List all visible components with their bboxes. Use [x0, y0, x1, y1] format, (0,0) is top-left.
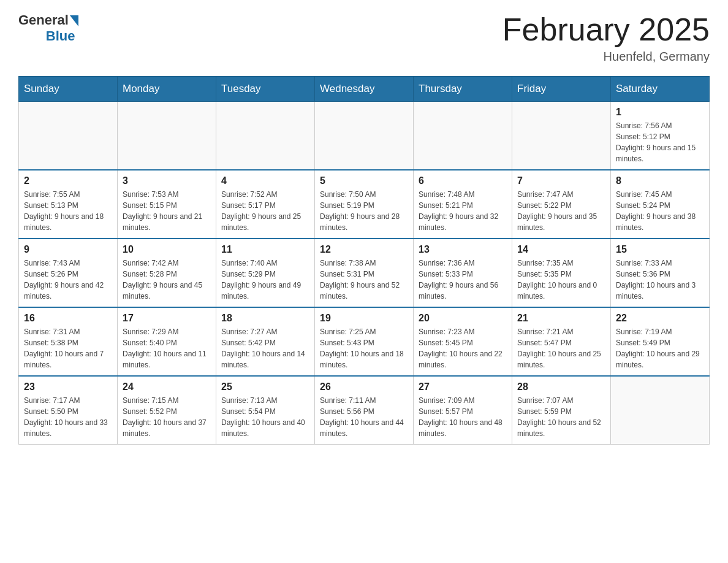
calendar-week-row: 2Sunrise: 7:55 AMSunset: 5:13 PMDaylight…	[19, 170, 710, 239]
day-number: 26	[320, 381, 408, 393]
day-info: Sunrise: 7:21 AMSunset: 5:47 PMDaylight:…	[517, 326, 605, 370]
page-header: General Blue February 2025 Huenfeld, Ger…	[18, 12, 710, 64]
day-number: 27	[419, 381, 507, 393]
weekday-header-friday: Friday	[512, 77, 611, 102]
calendar-cell: 18Sunrise: 7:27 AMSunset: 5:42 PMDayligh…	[216, 307, 315, 376]
day-number: 28	[517, 381, 605, 393]
day-number: 23	[24, 381, 112, 393]
location-label: Huenfeld, Germany	[502, 50, 710, 64]
calendar-cell	[118, 102, 216, 170]
calendar-cell	[19, 102, 118, 170]
calendar-cell: 3Sunrise: 7:53 AMSunset: 5:15 PMDaylight…	[118, 170, 216, 239]
calendar-cell: 19Sunrise: 7:25 AMSunset: 5:43 PMDayligh…	[315, 307, 414, 376]
logo-arrow-icon	[70, 15, 78, 26]
day-info: Sunrise: 7:48 AMSunset: 5:21 PMDaylight:…	[419, 189, 507, 233]
day-number: 15	[616, 244, 704, 255]
calendar-header-row: SundayMondayTuesdayWednesdayThursdayFrid…	[19, 77, 710, 102]
weekday-header-monday: Monday	[118, 77, 216, 102]
calendar-cell: 20Sunrise: 7:23 AMSunset: 5:45 PMDayligh…	[414, 307, 512, 376]
weekday-header-thursday: Thursday	[414, 77, 512, 102]
calendar-week-row: 16Sunrise: 7:31 AMSunset: 5:38 PMDayligh…	[19, 307, 710, 376]
day-number: 14	[517, 244, 605, 255]
day-info: Sunrise: 7:38 AMSunset: 5:31 PMDaylight:…	[320, 258, 408, 302]
day-number: 22	[616, 313, 704, 324]
calendar-cell: 16Sunrise: 7:31 AMSunset: 5:38 PMDayligh…	[19, 307, 118, 376]
calendar-cell: 14Sunrise: 7:35 AMSunset: 5:35 PMDayligh…	[512, 239, 611, 307]
calendar-cell	[512, 102, 611, 170]
calendar-cell	[611, 376, 710, 445]
calendar-cell: 8Sunrise: 7:45 AMSunset: 5:24 PMDaylight…	[611, 170, 710, 239]
calendar-cell: 9Sunrise: 7:43 AMSunset: 5:26 PMDaylight…	[19, 239, 118, 307]
day-info: Sunrise: 7:45 AMSunset: 5:24 PMDaylight:…	[616, 189, 704, 233]
day-info: Sunrise: 7:53 AMSunset: 5:15 PMDaylight:…	[123, 189, 211, 233]
calendar-cell	[216, 102, 315, 170]
calendar-cell	[414, 102, 512, 170]
calendar-cell: 28Sunrise: 7:07 AMSunset: 5:59 PMDayligh…	[512, 376, 611, 445]
day-number: 25	[221, 381, 309, 393]
day-number: 21	[517, 313, 605, 324]
day-info: Sunrise: 7:07 AMSunset: 5:59 PMDaylight:…	[517, 395, 605, 439]
calendar-cell: 23Sunrise: 7:17 AMSunset: 5:50 PMDayligh…	[19, 376, 118, 445]
weekday-header-sunday: Sunday	[19, 77, 118, 102]
calendar-week-row: 1Sunrise: 7:56 AMSunset: 5:12 PMDaylight…	[19, 102, 710, 170]
day-info: Sunrise: 7:43 AMSunset: 5:26 PMDaylight:…	[24, 258, 112, 302]
day-number: 2	[24, 175, 112, 186]
day-info: Sunrise: 7:55 AMSunset: 5:13 PMDaylight:…	[24, 189, 112, 233]
day-info: Sunrise: 7:50 AMSunset: 5:19 PMDaylight:…	[320, 189, 408, 233]
day-info: Sunrise: 7:15 AMSunset: 5:52 PMDaylight:…	[123, 395, 211, 439]
calendar-cell	[315, 102, 414, 170]
calendar-cell: 11Sunrise: 7:40 AMSunset: 5:29 PMDayligh…	[216, 239, 315, 307]
calendar-cell: 1Sunrise: 7:56 AMSunset: 5:12 PMDaylight…	[611, 102, 710, 170]
calendar-cell: 15Sunrise: 7:33 AMSunset: 5:36 PMDayligh…	[611, 239, 710, 307]
calendar-table: SundayMondayTuesdayWednesdayThursdayFrid…	[18, 76, 710, 445]
day-info: Sunrise: 7:47 AMSunset: 5:22 PMDaylight:…	[517, 189, 605, 233]
calendar-cell: 24Sunrise: 7:15 AMSunset: 5:52 PMDayligh…	[118, 376, 216, 445]
day-info: Sunrise: 7:33 AMSunset: 5:36 PMDaylight:…	[616, 258, 704, 302]
day-info: Sunrise: 7:11 AMSunset: 5:56 PMDaylight:…	[320, 395, 408, 439]
day-number: 1	[616, 107, 704, 118]
day-number: 18	[221, 313, 309, 324]
day-info: Sunrise: 7:52 AMSunset: 5:17 PMDaylight:…	[221, 189, 309, 233]
calendar-cell: 25Sunrise: 7:13 AMSunset: 5:54 PMDayligh…	[216, 376, 315, 445]
day-number: 11	[221, 244, 309, 255]
day-info: Sunrise: 7:40 AMSunset: 5:29 PMDaylight:…	[221, 258, 309, 302]
day-number: 4	[221, 175, 309, 186]
calendar-week-row: 23Sunrise: 7:17 AMSunset: 5:50 PMDayligh…	[19, 376, 710, 445]
calendar-cell: 13Sunrise: 7:36 AMSunset: 5:33 PMDayligh…	[414, 239, 512, 307]
day-info: Sunrise: 7:27 AMSunset: 5:42 PMDaylight:…	[221, 326, 309, 370]
logo-blue-text: Blue	[46, 28, 75, 44]
calendar-week-row: 9Sunrise: 7:43 AMSunset: 5:26 PMDaylight…	[19, 239, 710, 307]
day-number: 8	[616, 175, 704, 186]
day-number: 19	[320, 313, 408, 324]
day-number: 13	[419, 244, 507, 255]
day-info: Sunrise: 7:31 AMSunset: 5:38 PMDaylight:…	[24, 326, 112, 370]
calendar-cell: 17Sunrise: 7:29 AMSunset: 5:40 PMDayligh…	[118, 307, 216, 376]
weekday-header-wednesday: Wednesday	[315, 77, 414, 102]
day-info: Sunrise: 7:56 AMSunset: 5:12 PMDaylight:…	[616, 120, 704, 164]
day-info: Sunrise: 7:29 AMSunset: 5:40 PMDaylight:…	[123, 326, 211, 370]
calendar-cell: 4Sunrise: 7:52 AMSunset: 5:17 PMDaylight…	[216, 170, 315, 239]
calendar-cell: 12Sunrise: 7:38 AMSunset: 5:31 PMDayligh…	[315, 239, 414, 307]
day-number: 6	[419, 175, 507, 186]
calendar-cell: 22Sunrise: 7:19 AMSunset: 5:49 PMDayligh…	[611, 307, 710, 376]
day-number: 20	[419, 313, 507, 324]
month-title: February 2025	[502, 12, 710, 47]
day-number: 3	[123, 175, 211, 186]
day-number: 17	[123, 313, 211, 324]
calendar-cell: 5Sunrise: 7:50 AMSunset: 5:19 PMDaylight…	[315, 170, 414, 239]
day-info: Sunrise: 7:09 AMSunset: 5:57 PMDaylight:…	[419, 395, 507, 439]
day-number: 16	[24, 313, 112, 324]
calendar-cell: 7Sunrise: 7:47 AMSunset: 5:22 PMDaylight…	[512, 170, 611, 239]
day-info: Sunrise: 7:17 AMSunset: 5:50 PMDaylight:…	[24, 395, 112, 439]
day-number: 7	[517, 175, 605, 186]
calendar-cell: 6Sunrise: 7:48 AMSunset: 5:21 PMDaylight…	[414, 170, 512, 239]
calendar-cell: 26Sunrise: 7:11 AMSunset: 5:56 PMDayligh…	[315, 376, 414, 445]
calendar-cell: 2Sunrise: 7:55 AMSunset: 5:13 PMDaylight…	[19, 170, 118, 239]
logo-general-text: General	[18, 12, 69, 28]
day-info: Sunrise: 7:23 AMSunset: 5:45 PMDaylight:…	[419, 326, 507, 370]
day-info: Sunrise: 7:25 AMSunset: 5:43 PMDaylight:…	[320, 326, 408, 370]
title-section: February 2025 Huenfeld, Germany	[502, 12, 710, 64]
day-info: Sunrise: 7:13 AMSunset: 5:54 PMDaylight:…	[221, 395, 309, 439]
day-info: Sunrise: 7:19 AMSunset: 5:49 PMDaylight:…	[616, 326, 704, 370]
calendar-cell: 10Sunrise: 7:42 AMSunset: 5:28 PMDayligh…	[118, 239, 216, 307]
